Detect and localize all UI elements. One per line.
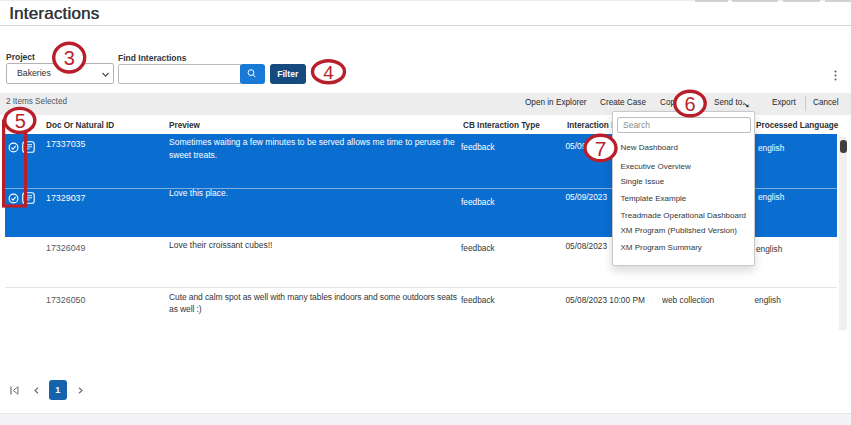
svg-text:6: 6 — [684, 93, 695, 115]
svg-text:4: 4 — [323, 62, 334, 83]
svg-text:7: 7 — [595, 137, 607, 160]
svg-text:5: 5 — [15, 110, 26, 132]
svg-text:3: 3 — [64, 47, 75, 69]
